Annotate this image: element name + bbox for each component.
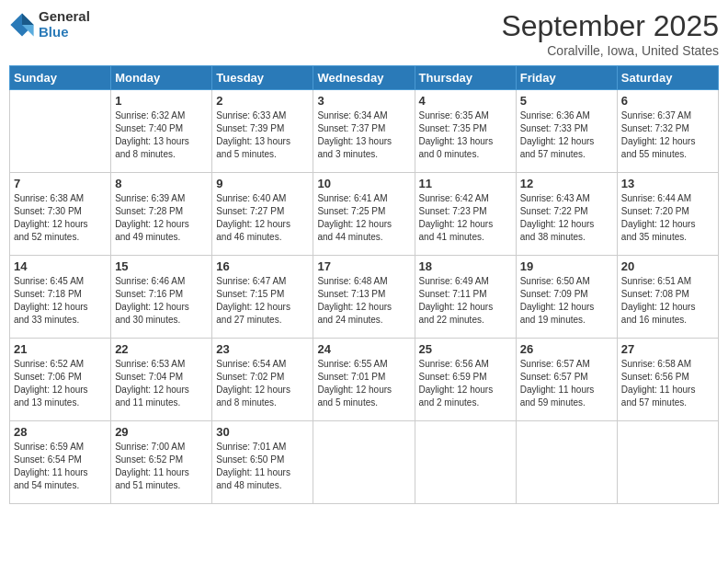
calendar-table: SundayMondayTuesdayWednesdayThursdayFrid… — [9, 65, 719, 504]
day-info: Sunrise: 6:35 AM Sunset: 7:35 PM Dayligh… — [419, 109, 512, 161]
title-area: September 2025 Coralville, Iowa, United … — [501, 9, 719, 58]
day-number: 11 — [419, 177, 512, 190]
day-info: Sunrise: 6:45 AM Sunset: 7:18 PM Dayligh… — [14, 275, 107, 327]
day-info: Sunrise: 6:37 AM Sunset: 7:32 PM Dayligh… — [621, 109, 714, 161]
calendar-cell: 11Sunrise: 6:42 AM Sunset: 7:23 PM Dayli… — [415, 173, 516, 256]
weekday-header-wednesday: Wednesday — [313, 66, 415, 90]
calendar-cell: 24Sunrise: 6:55 AM Sunset: 7:01 PM Dayli… — [313, 339, 415, 421]
day-number: 3 — [317, 94, 410, 108]
logo-general-text: General — [39, 9, 90, 25]
page-header: General Blue September 2025 Coralville, … — [9, 9, 719, 58]
day-info: Sunrise: 6:33 AM Sunset: 7:39 PM Dayligh… — [216, 109, 309, 161]
day-number: 9 — [216, 177, 309, 190]
day-number: 4 — [419, 94, 512, 108]
day-number: 1 — [115, 94, 208, 108]
day-number: 19 — [520, 259, 613, 273]
day-number: 18 — [419, 259, 512, 273]
logo-text: General Blue — [39, 9, 90, 40]
calendar-cell: 22Sunrise: 6:53 AM Sunset: 7:04 PM Dayli… — [111, 339, 212, 421]
month-title: September 2025 — [501, 9, 719, 43]
calendar-cell: 15Sunrise: 6:46 AM Sunset: 7:16 PM Dayli… — [111, 256, 212, 339]
calendar-cell: 7Sunrise: 6:38 AM Sunset: 7:30 PM Daylig… — [10, 173, 111, 256]
day-info: Sunrise: 6:46 AM Sunset: 7:16 PM Dayligh… — [115, 275, 208, 327]
weekday-header-tuesday: Tuesday — [212, 66, 313, 90]
logo-icon — [9, 12, 35, 38]
calendar-cell: 13Sunrise: 6:44 AM Sunset: 7:20 PM Dayli… — [617, 173, 718, 256]
weekday-header-sunday: Sunday — [10, 66, 111, 90]
day-info: Sunrise: 6:49 AM Sunset: 7:11 PM Dayligh… — [419, 275, 512, 327]
calendar-cell: 26Sunrise: 6:57 AM Sunset: 6:57 PM Dayli… — [516, 339, 617, 421]
day-number: 2 — [216, 94, 309, 108]
day-info: Sunrise: 6:40 AM Sunset: 7:27 PM Dayligh… — [216, 192, 309, 244]
calendar-cell: 8Sunrise: 6:39 AM Sunset: 7:28 PM Daylig… — [111, 173, 212, 256]
calendar-cell: 3Sunrise: 6:34 AM Sunset: 7:37 PM Daylig… — [313, 90, 415, 173]
day-info: Sunrise: 6:41 AM Sunset: 7:25 PM Dayligh… — [317, 192, 410, 244]
day-number: 10 — [317, 177, 410, 190]
day-info: Sunrise: 6:56 AM Sunset: 6:59 PM Dayligh… — [419, 358, 512, 409]
day-number: 14 — [14, 259, 107, 273]
day-number: 15 — [115, 259, 208, 273]
weekday-header-thursday: Thursday — [415, 66, 516, 90]
day-info: Sunrise: 6:57 AM Sunset: 6:57 PM Dayligh… — [520, 358, 613, 409]
day-info: Sunrise: 6:48 AM Sunset: 7:13 PM Dayligh… — [317, 275, 410, 327]
day-number: 30 — [216, 425, 309, 439]
location-text: Coralville, Iowa, United States — [501, 43, 719, 58]
day-number: 29 — [115, 425, 208, 439]
day-info: Sunrise: 6:55 AM Sunset: 7:01 PM Dayligh… — [317, 358, 410, 409]
day-info: Sunrise: 6:43 AM Sunset: 7:22 PM Dayligh… — [520, 192, 613, 244]
calendar-cell — [415, 421, 516, 504]
day-number: 25 — [419, 342, 512, 356]
day-number: 5 — [520, 94, 613, 108]
day-number: 7 — [14, 177, 107, 190]
weekday-header-saturday: Saturday — [617, 66, 718, 90]
day-number: 17 — [317, 259, 410, 273]
day-number: 12 — [520, 177, 613, 190]
logo-blue-text: Blue — [39, 25, 90, 40]
day-number: 22 — [115, 342, 208, 356]
calendar-cell: 30Sunrise: 7:01 AM Sunset: 6:50 PM Dayli… — [212, 421, 313, 504]
calendar-cell: 18Sunrise: 6:49 AM Sunset: 7:11 PM Dayli… — [415, 256, 516, 339]
day-info: Sunrise: 6:59 AM Sunset: 6:54 PM Dayligh… — [14, 441, 107, 492]
calendar-cell: 23Sunrise: 6:54 AM Sunset: 7:02 PM Dayli… — [212, 339, 313, 421]
day-info: Sunrise: 6:50 AM Sunset: 7:09 PM Dayligh… — [520, 275, 613, 327]
calendar-cell: 21Sunrise: 6:52 AM Sunset: 7:06 PM Dayli… — [10, 339, 111, 421]
day-info: Sunrise: 6:36 AM Sunset: 7:33 PM Dayligh… — [520, 109, 613, 161]
calendar-cell: 12Sunrise: 6:43 AM Sunset: 7:22 PM Dayli… — [516, 173, 617, 256]
day-number: 20 — [621, 259, 714, 273]
day-info: Sunrise: 6:39 AM Sunset: 7:28 PM Dayligh… — [115, 192, 208, 244]
calendar-cell: 10Sunrise: 6:41 AM Sunset: 7:25 PM Dayli… — [313, 173, 415, 256]
day-number: 16 — [216, 259, 309, 273]
day-number: 27 — [621, 342, 714, 356]
calendar-cell: 16Sunrise: 6:47 AM Sunset: 7:15 PM Dayli… — [212, 256, 313, 339]
calendar-cell: 9Sunrise: 6:40 AM Sunset: 7:27 PM Daylig… — [212, 173, 313, 256]
calendar-cell: 29Sunrise: 7:00 AM Sunset: 6:52 PM Dayli… — [111, 421, 212, 504]
day-info: Sunrise: 6:32 AM Sunset: 7:40 PM Dayligh… — [115, 109, 208, 161]
svg-marker-1 — [22, 13, 34, 25]
weekday-header-row: SundayMondayTuesdayWednesdayThursdayFrid… — [10, 66, 719, 90]
week-row-4: 21Sunrise: 6:52 AM Sunset: 7:06 PM Dayli… — [10, 339, 719, 421]
day-info: Sunrise: 6:51 AM Sunset: 7:08 PM Dayligh… — [621, 275, 714, 327]
calendar-cell — [313, 421, 415, 504]
calendar-cell: 1Sunrise: 6:32 AM Sunset: 7:40 PM Daylig… — [111, 90, 212, 173]
day-info: Sunrise: 6:42 AM Sunset: 7:23 PM Dayligh… — [419, 192, 512, 244]
calendar-cell: 17Sunrise: 6:48 AM Sunset: 7:13 PM Dayli… — [313, 256, 415, 339]
logo: General Blue — [9, 9, 90, 40]
calendar-cell — [617, 421, 718, 504]
day-number: 6 — [621, 94, 714, 108]
day-info: Sunrise: 7:01 AM Sunset: 6:50 PM Dayligh… — [216, 441, 309, 492]
day-info: Sunrise: 6:34 AM Sunset: 7:37 PM Dayligh… — [317, 109, 410, 161]
calendar-cell: 20Sunrise: 6:51 AM Sunset: 7:08 PM Dayli… — [617, 256, 718, 339]
week-row-5: 28Sunrise: 6:59 AM Sunset: 6:54 PM Dayli… — [10, 421, 719, 504]
day-info: Sunrise: 6:53 AM Sunset: 7:04 PM Dayligh… — [115, 358, 208, 409]
day-info: Sunrise: 6:47 AM Sunset: 7:15 PM Dayligh… — [216, 275, 309, 327]
day-number: 21 — [14, 342, 107, 356]
calendar-cell: 27Sunrise: 6:58 AM Sunset: 6:56 PM Dayli… — [617, 339, 718, 421]
week-row-3: 14Sunrise: 6:45 AM Sunset: 7:18 PM Dayli… — [10, 256, 719, 339]
day-number: 23 — [216, 342, 309, 356]
day-info: Sunrise: 6:54 AM Sunset: 7:02 PM Dayligh… — [216, 358, 309, 409]
day-info: Sunrise: 6:38 AM Sunset: 7:30 PM Dayligh… — [14, 192, 107, 244]
day-info: Sunrise: 7:00 AM Sunset: 6:52 PM Dayligh… — [115, 441, 208, 492]
day-number: 26 — [520, 342, 613, 356]
week-row-1: 1Sunrise: 6:32 AM Sunset: 7:40 PM Daylig… — [10, 90, 719, 173]
calendar-cell: 4Sunrise: 6:35 AM Sunset: 7:35 PM Daylig… — [415, 90, 516, 173]
